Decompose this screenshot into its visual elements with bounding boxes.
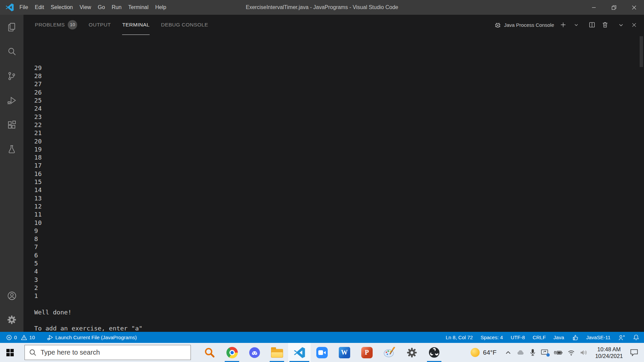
sun-weather-icon — [471, 348, 480, 357]
settings-app-icon[interactable] — [400, 343, 423, 362]
minimize-button[interactable] — [584, 0, 604, 15]
indentation[interactable]: Spaces: 4 — [481, 335, 503, 340]
vscode-taskbar-icon[interactable] — [288, 343, 311, 362]
terminal-profile-label: Java Process Console — [504, 22, 554, 28]
discord-icon[interactable] — [243, 343, 266, 362]
problems-status[interactable]: 0 10 — [5, 335, 36, 341]
windows-logo-icon — [6, 349, 14, 356]
run-debug-icon[interactable] — [0, 88, 23, 113]
terminal-line: 22 — [34, 121, 639, 129]
terminal-line: 4 — [34, 267, 639, 276]
encoding[interactable]: UTF-8 — [511, 335, 525, 340]
search-placeholder: Type here to search — [41, 349, 100, 356]
display-cast-icon[interactable] — [541, 349, 549, 356]
taskbar-clock[interactable]: 10:48 AM 10/24/2021 — [595, 346, 623, 359]
menu-item[interactable]: Edit — [32, 0, 48, 15]
file-explorer-icon[interactable] — [266, 343, 288, 362]
settings-gear-icon[interactable] — [0, 308, 23, 332]
menu-item[interactable]: Run — [108, 0, 125, 15]
tab-problems[interactable]: PROBLEMS 10 — [35, 15, 77, 35]
launch-button[interactable]: Launch Current File (JavaPrograms) — [46, 334, 138, 341]
tab-debug-console-label: DEBUG CONSOLE — [161, 22, 208, 28]
menu-item[interactable]: Help — [152, 0, 170, 15]
terminal-line: 21 — [34, 129, 639, 137]
menu-bar: FileEditSelectionViewGoRunTerminalHelp — [16, 0, 170, 15]
battery-icon[interactable] — [553, 349, 563, 356]
clock-time: 10:48 AM — [595, 346, 623, 353]
extensions-icon[interactable] — [0, 113, 23, 137]
menu-item[interactable]: File — [16, 0, 32, 15]
menu-item[interactable]: Terminal — [125, 0, 152, 15]
terminal-line: 19 — [34, 145, 639, 154]
feedback-thumbsup-icon[interactable] — [572, 334, 579, 341]
panel-chevron-icon[interactable] — [617, 21, 625, 29]
terminal-line: 10 — [34, 219, 639, 227]
split-terminal-icon[interactable] — [588, 21, 596, 29]
terminal-profile-selector[interactable]: Java Process Console — [494, 21, 554, 29]
launch-label: Launch Current File (JavaPrograms) — [55, 335, 137, 340]
paint-icon[interactable] — [378, 343, 400, 362]
obs-icon[interactable] — [423, 343, 445, 362]
tab-debug-console[interactable]: DEBUG CONSOLE — [161, 15, 208, 35]
terminal-panel: PROBLEMS 10 OUTPUT TERMINAL DEBUG CONSOL… — [23, 15, 644, 332]
testing-icon[interactable] — [0, 137, 23, 162]
terminal-line: 27 — [34, 80, 639, 88]
search-icon[interactable] — [0, 39, 23, 64]
close-panel-icon[interactable] — [630, 21, 638, 29]
terminal-line: 17 — [34, 162, 639, 170]
status-bar: 0 10 Launch Current File (JavaPrograms) … — [0, 332, 644, 343]
terminal-scrollbar[interactable] — [640, 36, 643, 67]
close-window-button[interactable] — [624, 0, 644, 15]
source-control-icon[interactable] — [0, 64, 23, 88]
menu-item[interactable]: View — [76, 0, 94, 15]
show-hidden-icons-chevron[interactable] — [504, 349, 512, 356]
language-mode[interactable]: Java — [553, 335, 564, 340]
explorer-icon[interactable] — [0, 15, 23, 39]
powerpoint-icon[interactable]: P — [356, 343, 378, 362]
weather-widget[interactable]: 64°F — [471, 348, 496, 357]
notifications-bell-icon[interactable] — [633, 334, 639, 341]
chrome-icon[interactable] — [221, 343, 243, 362]
zoom-icon[interactable] — [311, 343, 333, 362]
eol-sequence[interactable]: CRLF — [533, 335, 546, 340]
terminal-line: 15 — [34, 178, 639, 186]
microphone-icon[interactable] — [529, 349, 536, 357]
terminal-dropdown-chevron-icon[interactable] — [572, 21, 580, 29]
terminal-line — [34, 300, 639, 308]
action-center-icon[interactable] — [630, 348, 639, 357]
error-icon — [6, 335, 12, 341]
terminal-line: 8 — [34, 235, 639, 243]
terminal-line: 3 — [34, 276, 639, 284]
onedrive-cloud-icon[interactable] — [516, 349, 525, 356]
tab-output[interactable]: OUTPUT — [89, 15, 111, 35]
accounts-icon[interactable] — [0, 284, 23, 308]
menu-item[interactable]: Selection — [47, 0, 76, 15]
word-icon[interactable]: W — [333, 343, 356, 362]
tab-terminal[interactable]: TERMINAL — [122, 15, 150, 35]
restore-button[interactable] — [604, 0, 624, 15]
java-process-bug-icon — [494, 21, 502, 29]
terminal-line: 23 — [34, 113, 639, 121]
search-app-icon[interactable] — [198, 343, 221, 362]
volume-icon[interactable] — [580, 349, 588, 356]
new-terminal-icon[interactable] — [559, 21, 567, 29]
terminal-output[interactable]: 2928272625242322212019181716151413121110… — [34, 40, 639, 332]
kill-terminal-trash-icon[interactable] — [601, 21, 609, 29]
window-title: ExerciseIntervalTimer.java - JavaProgram… — [246, 4, 398, 10]
remote-person-icon[interactable] — [618, 334, 625, 341]
start-button[interactable] — [0, 343, 20, 362]
temperature: 64°F — [483, 349, 496, 356]
terminal-line: 9 — [34, 227, 639, 235]
terminal-line: 5 — [34, 259, 639, 267]
java-runtime[interactable]: JavaSE-11 — [586, 335, 610, 340]
menu-item[interactable]: Go — [95, 0, 108, 15]
cursor-position[interactable]: Ln 8, Col 72 — [446, 335, 473, 340]
terminal-line: 20 — [34, 137, 639, 145]
pinned-apps: W P — [198, 343, 445, 362]
terminal-line: 26 — [34, 88, 639, 97]
taskbar-search-input[interactable]: Type here to search — [24, 345, 191, 360]
windows-taskbar: Type here to search — [0, 343, 644, 362]
terminal-line: 1 — [34, 292, 639, 300]
terminal-line: 25 — [34, 97, 639, 105]
wifi-icon[interactable] — [567, 349, 575, 356]
